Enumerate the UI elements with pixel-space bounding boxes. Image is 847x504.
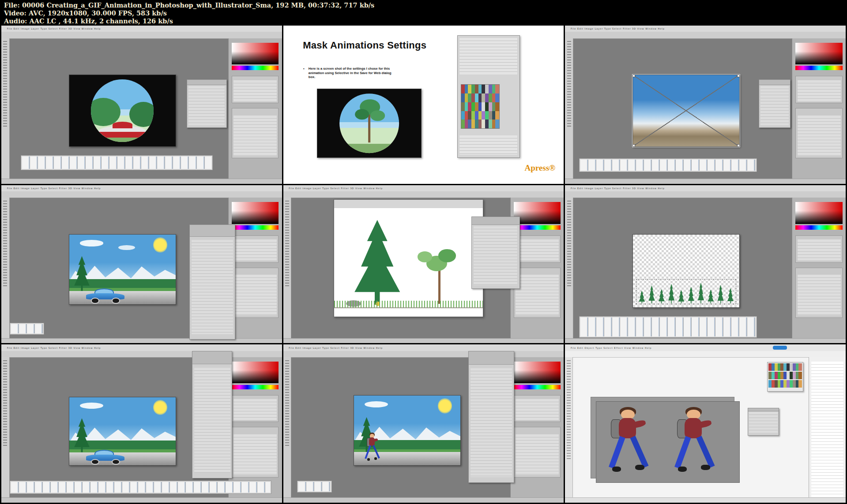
menu-bar: File Edit Image Layer Type Select Filter… [565, 26, 846, 32]
bush-shape [129, 102, 154, 127]
cloud [118, 245, 136, 250]
color-row [461, 93, 500, 102]
color-picker-gradient [795, 43, 842, 64]
menu-bar: File Edit Image Layer Type Select Filter… [283, 344, 564, 351]
slide-title: Mask Animations Settings [303, 40, 426, 51]
layers-panel [795, 108, 842, 158]
adjustments-panel [514, 235, 561, 262]
video-info-line: Video: AVC, 1920x1080, 30.000 FPS, 583 k… [4, 9, 374, 17]
color-picker-gradient [514, 202, 561, 224]
transform-handle [632, 75, 635, 77]
status-bar [1, 179, 282, 184]
mini-tree [658, 289, 665, 304]
swatches-panel [767, 362, 803, 392]
timeline-strip [579, 158, 757, 172]
color-row [461, 119, 500, 128]
hue-strip [232, 66, 279, 70]
character-leg [609, 436, 625, 468]
slide-bullet-text: • Here is a screen shot of the settings … [309, 67, 395, 79]
animation-frames-strip [10, 323, 44, 335]
blue-car-illustration [86, 288, 124, 302]
tree-foliage [370, 110, 385, 121]
thumb-4-ps-car-landscape: File Edit Image Layer Type Select Filter… [1, 185, 282, 343]
tree-row-selection [636, 279, 736, 304]
layers-panel-floating [187, 79, 227, 128]
hue-strip [232, 225, 279, 230]
menu-items: File Edit Image Layer Type Select Filter… [571, 187, 665, 190]
transform-handle [632, 144, 635, 147]
layers-panel [232, 268, 279, 318]
right-panel-dock [792, 38, 846, 184]
options-bar [565, 32, 846, 38]
mini-tree [648, 285, 655, 303]
mini-tree [717, 285, 724, 303]
thumb-3-ps-sky-transform: File Edit Image Layer Type Select Filter… [565, 26, 846, 184]
tools-panel [565, 198, 573, 343]
options-bar [1, 32, 282, 38]
hue-strip [795, 225, 842, 230]
character-leg [630, 436, 649, 468]
color-picker-gradient [232, 362, 279, 383]
status-bar [283, 497, 564, 503]
circular-mask-scene [91, 79, 154, 142]
car-roof [113, 122, 132, 128]
thin-tree-foliage [438, 249, 456, 262]
color-row [461, 85, 500, 93]
tree-foliage [355, 109, 369, 119]
car-wheel [112, 298, 120, 303]
character-leg [674, 436, 691, 468]
save-for-web-dialog [457, 35, 520, 158]
thumb-1-ps-circle-mask: File Edit Image Layer Type Select Filter… [1, 26, 282, 184]
animation-frames-strip [297, 481, 331, 493]
status-bar [565, 179, 846, 184]
tree-shape [91, 98, 120, 126]
document-window [334, 199, 483, 317]
document-canvas-landscape [69, 234, 177, 305]
bullet-body: Here is a screen shot of the settings I … [309, 67, 392, 79]
menu-bar: File Edit Image Layer Type Select Filter… [565, 185, 846, 192]
thumbnail-grid: File Edit Image Layer Type Select Filter… [1, 26, 846, 503]
swatch-row [768, 380, 802, 388]
sun [438, 398, 452, 414]
walking-character [367, 433, 379, 462]
grass-band [334, 301, 483, 308]
animation-frames-timeline [579, 316, 757, 338]
apress-logo: Apress® [524, 163, 555, 173]
mini-tree [697, 283, 704, 304]
color-row [461, 111, 500, 120]
tools-panel [1, 198, 10, 343]
menu-bar: File Edit Image Layer Type Select Filter… [1, 26, 282, 32]
frames-list-panel [468, 351, 514, 483]
layers-panel [514, 427, 561, 477]
color-picker-gradient [232, 43, 279, 64]
hue-strip [514, 385, 561, 389]
layers-panel [795, 268, 842, 318]
right-panel-dock [792, 198, 846, 343]
pine-tree [352, 220, 403, 305]
status-bar [283, 338, 564, 343]
mini-tree [678, 290, 685, 304]
layers-panel-floating [759, 79, 791, 128]
thumb-8-ps-walker-landscape: File Edit Image Layer Type Select Filter… [283, 344, 564, 503]
document-canvas-sky [632, 75, 740, 146]
tools-panel [283, 198, 292, 343]
layers-panel-floating [748, 408, 779, 436]
character-shoe [374, 457, 377, 459]
right-panel-dock [228, 198, 282, 343]
dialog-settings-rows [459, 38, 517, 75]
document-canvas-landscape [354, 395, 461, 466]
grass-band [339, 144, 399, 153]
menu-items: File Edit Image Layer Type Select Filter… [7, 347, 101, 349]
hue-strip [232, 385, 279, 389]
car-wheel [91, 298, 100, 303]
artboard-gray [596, 401, 740, 483]
cloud [80, 403, 103, 409]
right-panel-dock [809, 357, 846, 503]
color-row [461, 102, 500, 111]
hue-strip [514, 225, 561, 230]
tools-panel [283, 357, 292, 503]
color-table-mosaic [461, 84, 500, 129]
color-picker-gradient [795, 202, 842, 224]
car-red-stripe [98, 132, 146, 138]
menu-items: File Edit Image Layer Type Select Filter… [289, 187, 383, 190]
